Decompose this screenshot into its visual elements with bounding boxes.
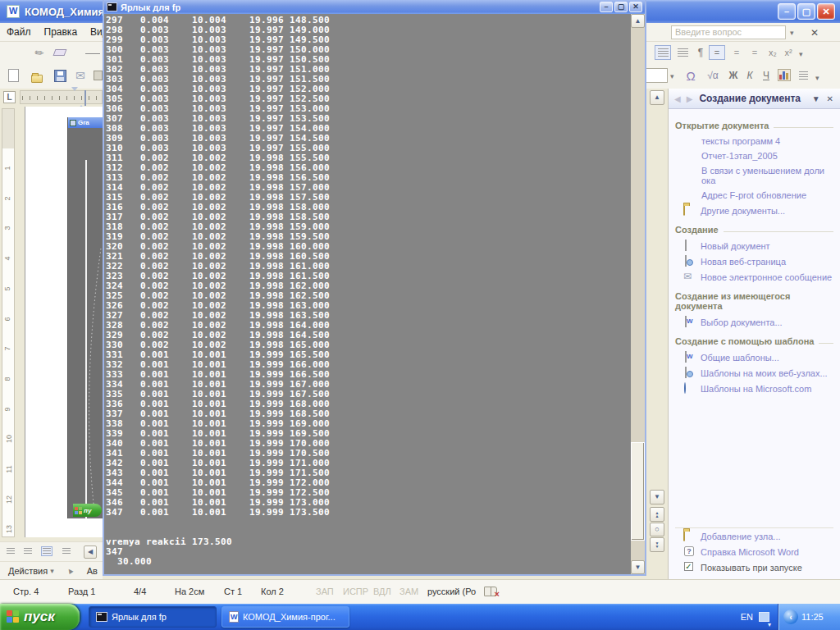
bullet-list-icon[interactable] (796, 69, 810, 82)
superscript-icon[interactable]: x² (781, 45, 796, 60)
windows-flag-icon (7, 610, 20, 623)
horizontal-ruler[interactable] (20, 90, 103, 104)
indent-marker[interactable] (71, 91, 79, 104)
recent-doc-link[interactable]: Отчет-1этап_2005 (669, 148, 840, 163)
word-close-button[interactable]: ✕ (817, 3, 835, 20)
browse-previous-button[interactable]: ▲▲ (650, 507, 664, 522)
console-close-button[interactable]: ✕ (629, 2, 642, 12)
more-documents-link[interactable]: Другие документы... (669, 203, 840, 218)
web-layout-view-icon[interactable] (22, 546, 34, 556)
bold-icon[interactable]: Ж (727, 67, 740, 84)
question-input[interactable]: Введите вопрос (671, 25, 786, 39)
show-at-startup-option[interactable]: ✓ Показывать при запуске (669, 559, 840, 575)
word-maximize-button[interactable]: ▢ (797, 3, 815, 20)
back-icon[interactable]: ◀ (674, 94, 681, 103)
graph-mini-start-button: пу (73, 504, 102, 517)
align-justify-icon[interactable] (674, 45, 691, 60)
font-size-dropdown-icon[interactable]: ▾ (670, 72, 674, 80)
toolbar-options-icon[interactable]: ▾ (799, 50, 803, 58)
hscroll-left-button[interactable]: ◀ (84, 546, 97, 559)
subscript-icon[interactable]: x₂ (765, 45, 780, 60)
start-label: пуск (24, 609, 55, 625)
console-maximize-button[interactable]: ▢ (614, 2, 628, 12)
choose-document-link[interactable]: Выбор документа... (669, 314, 840, 330)
tab-stop-selector[interactable]: L (3, 91, 16, 103)
recent-doc-link[interactable]: Адрес F-prot обновление (669, 188, 840, 203)
console-scrollbar[interactable]: ▲ ▼ (631, 14, 645, 574)
autoshapes-menu[interactable]: Ав (87, 566, 98, 576)
graph-titlebar[interactable]: Gra (68, 117, 103, 128)
mail-icon[interactable]: ✉ (75, 69, 85, 82)
line-spacing-2-icon[interactable]: = (746, 45, 763, 60)
console-minimize-button[interactable]: – (600, 2, 613, 12)
open-icon[interactable] (31, 75, 43, 83)
line-spacing-15-icon[interactable]: = (728, 45, 745, 60)
select-arrow-icon[interactable]: ▲ (63, 564, 75, 577)
save-icon[interactable] (54, 70, 66, 82)
browse-object-button[interactable]: ○ (650, 523, 664, 536)
doc-scroll-up-button[interactable]: ▲ (650, 90, 664, 105)
language-bar[interactable]: EN (741, 604, 769, 630)
start-button[interactable]: пуск (0, 604, 80, 630)
console-titlebar[interactable]: Ярлык для fp – ▢ ✕ (104, 0, 645, 14)
underline-icon[interactable]: Ч (760, 67, 773, 84)
new-email-link[interactable]: ✉ Новое электронное сообщение (669, 269, 840, 285)
console-scroll-up-button[interactable]: ▲ (631, 14, 645, 28)
menu-edit[interactable]: Правка (38, 25, 84, 39)
new-web-page-link[interactable]: Новая веб-страница (669, 253, 840, 269)
language-bar-icon[interactable] (759, 612, 769, 622)
print-icon[interactable] (94, 71, 103, 80)
question-dropdown-icon[interactable]: ▾ (790, 29, 794, 37)
taskbar-task-console[interactable]: Ярлык для fp (89, 606, 217, 628)
pen-icon[interactable]: ✎ (29, 43, 50, 64)
normal-view-icon[interactable] (5, 546, 16, 556)
console-scroll-down-button[interactable]: ▼ (631, 560, 645, 574)
task-pane-close-icon[interactable]: ✕ (827, 94, 833, 103)
clock[interactable]: 11:25 (801, 612, 824, 622)
word-help-link[interactable]: ? Справка Microsoft Word (669, 544, 840, 559)
align-left-icon[interactable] (655, 45, 671, 60)
recent-doc-link[interactable]: тексты программ 4 (669, 134, 840, 148)
status-mode-rec[interactable]: ЗАП (316, 587, 334, 596)
status-mode-trk[interactable]: ИСПР (343, 587, 368, 596)
line-spacing-1-icon[interactable]: = (709, 45, 725, 60)
document-close-icon[interactable]: ✕ (810, 27, 819, 39)
graph-window[interactable]: Gra пу (67, 117, 103, 518)
status-mode-ext[interactable]: ВДЛ (373, 587, 391, 596)
doc-scroll-down-button[interactable]: ▼ (650, 490, 664, 504)
console-scrollbar-thumb[interactable] (631, 442, 645, 541)
italic-icon[interactable]: К (743, 67, 756, 84)
status-mode-ovr[interactable]: ЗАМ (399, 587, 418, 596)
spelling-status-icon[interactable] (484, 587, 497, 596)
browse-next-button[interactable]: ▼▼ (650, 537, 664, 552)
line-tool-icon[interactable] (85, 53, 100, 54)
my-websites-templates-link[interactable]: Шаблоны на моих веб-узлах... (669, 365, 840, 381)
language-indicator[interactable]: EN (741, 612, 753, 622)
toolbar-options-icon[interactable]: ▾ (815, 74, 819, 82)
console-window[interactable]: Ярлык для fp – ▢ ✕ 297 0.004 10.004 19.9… (103, 0, 646, 576)
insert-symbol-icon[interactable]: Ω (682, 67, 699, 84)
draw-actions-menu[interactable]: Действия (8, 566, 48, 576)
taskbar-task-word[interactable]: КОМОД_Химия-прог... (221, 606, 349, 628)
section-from-template: Создание с помощью шаблона (675, 336, 833, 346)
forward-icon[interactable]: ▶ (687, 94, 693, 103)
paragraph-marks-icon[interactable]: ¶ (694, 45, 707, 60)
equation-icon[interactable]: √α (702, 67, 724, 84)
eraser-icon[interactable] (53, 49, 67, 56)
outline-view-icon[interactable] (61, 546, 72, 556)
menu-file[interactable]: Файл (0, 25, 38, 39)
checkbox-checked-icon[interactable]: ✓ (684, 562, 693, 571)
status-page: Стр. 4 (13, 587, 39, 596)
recent-doc-link[interactable]: В связи с уменьшением доли ока (669, 163, 840, 188)
microsoft-com-templates-link[interactable]: Шаблоны на Microsoft.com (669, 381, 840, 396)
chart-icon[interactable] (778, 69, 791, 81)
add-network-place-link[interactable]: Добавление узла... (669, 528, 840, 544)
new-document-link[interactable]: Новый документ (669, 238, 840, 253)
hide-icons-chevron-icon[interactable]: ‹ (783, 609, 798, 624)
word-minimize-button[interactable]: – (778, 3, 796, 20)
general-templates-link[interactable]: Общие шаблоны... (669, 349, 840, 365)
new-document-icon[interactable] (8, 69, 19, 82)
vertical-ruler[interactable]: 12345678910111213 (2, 108, 15, 537)
task-pane-dropdown-icon[interactable]: ▼ (812, 94, 820, 103)
print-layout-view-icon[interactable] (41, 546, 52, 556)
